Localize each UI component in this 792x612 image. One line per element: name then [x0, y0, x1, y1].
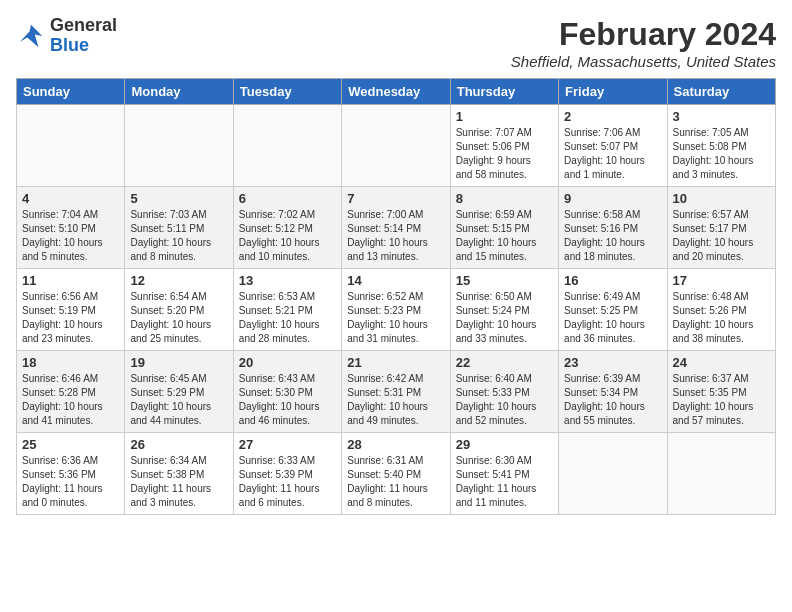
day-number: 3 — [673, 109, 770, 124]
calendar-day-cell: 23Sunrise: 6:39 AM Sunset: 5:34 PM Dayli… — [559, 351, 667, 433]
page-subtitle: Sheffield, Massachusetts, United States — [511, 53, 776, 70]
calendar-day-cell — [667, 433, 775, 515]
calendar-day-cell: 26Sunrise: 6:34 AM Sunset: 5:38 PM Dayli… — [125, 433, 233, 515]
day-number: 23 — [564, 355, 661, 370]
calendar-day-cell — [559, 433, 667, 515]
calendar-day-cell — [17, 105, 125, 187]
calendar-day-cell: 15Sunrise: 6:50 AM Sunset: 5:24 PM Dayli… — [450, 269, 558, 351]
day-info: Sunrise: 7:02 AM Sunset: 5:12 PM Dayligh… — [239, 208, 336, 264]
calendar-day-cell: 20Sunrise: 6:43 AM Sunset: 5:30 PM Dayli… — [233, 351, 341, 433]
day-info: Sunrise: 6:36 AM Sunset: 5:36 PM Dayligh… — [22, 454, 119, 510]
calendar-day-cell: 10Sunrise: 6:57 AM Sunset: 5:17 PM Dayli… — [667, 187, 775, 269]
calendar-header: SundayMondayTuesdayWednesdayThursdayFrid… — [17, 79, 776, 105]
calendar-day-cell: 12Sunrise: 6:54 AM Sunset: 5:20 PM Dayli… — [125, 269, 233, 351]
day-info: Sunrise: 6:42 AM Sunset: 5:31 PM Dayligh… — [347, 372, 444, 428]
calendar-day-cell: 2Sunrise: 7:06 AM Sunset: 5:07 PM Daylig… — [559, 105, 667, 187]
day-number: 5 — [130, 191, 227, 206]
day-info: Sunrise: 6:53 AM Sunset: 5:21 PM Dayligh… — [239, 290, 336, 346]
day-info: Sunrise: 6:34 AM Sunset: 5:38 PM Dayligh… — [130, 454, 227, 510]
day-number: 25 — [22, 437, 119, 452]
day-number: 18 — [22, 355, 119, 370]
day-info: Sunrise: 7:04 AM Sunset: 5:10 PM Dayligh… — [22, 208, 119, 264]
day-info: Sunrise: 6:40 AM Sunset: 5:33 PM Dayligh… — [456, 372, 553, 428]
day-info: Sunrise: 6:45 AM Sunset: 5:29 PM Dayligh… — [130, 372, 227, 428]
calendar-day-cell — [125, 105, 233, 187]
calendar-day-cell: 1Sunrise: 7:07 AM Sunset: 5:06 PM Daylig… — [450, 105, 558, 187]
day-number: 15 — [456, 273, 553, 288]
day-info: Sunrise: 6:52 AM Sunset: 5:23 PM Dayligh… — [347, 290, 444, 346]
day-number: 4 — [22, 191, 119, 206]
day-number: 11 — [22, 273, 119, 288]
title-area: February 2024 Sheffield, Massachusetts, … — [511, 16, 776, 70]
calendar-day-cell: 4Sunrise: 7:04 AM Sunset: 5:10 PM Daylig… — [17, 187, 125, 269]
calendar-table: SundayMondayTuesdayWednesdayThursdayFrid… — [16, 78, 776, 515]
calendar-day-cell — [233, 105, 341, 187]
calendar-header-cell: Wednesday — [342, 79, 450, 105]
calendar-day-cell: 24Sunrise: 6:37 AM Sunset: 5:35 PM Dayli… — [667, 351, 775, 433]
logo: General Blue — [16, 16, 117, 56]
day-number: 6 — [239, 191, 336, 206]
calendar-day-cell: 27Sunrise: 6:33 AM Sunset: 5:39 PM Dayli… — [233, 433, 341, 515]
day-number: 16 — [564, 273, 661, 288]
calendar-body: 1Sunrise: 7:07 AM Sunset: 5:06 PM Daylig… — [17, 105, 776, 515]
day-number: 24 — [673, 355, 770, 370]
day-info: Sunrise: 6:59 AM Sunset: 5:15 PM Dayligh… — [456, 208, 553, 264]
day-info: Sunrise: 6:56 AM Sunset: 5:19 PM Dayligh… — [22, 290, 119, 346]
day-number: 17 — [673, 273, 770, 288]
calendar-day-cell: 22Sunrise: 6:40 AM Sunset: 5:33 PM Dayli… — [450, 351, 558, 433]
day-info: Sunrise: 6:49 AM Sunset: 5:25 PM Dayligh… — [564, 290, 661, 346]
day-info: Sunrise: 6:57 AM Sunset: 5:17 PM Dayligh… — [673, 208, 770, 264]
calendar-header-cell: Saturday — [667, 79, 775, 105]
calendar-day-cell: 13Sunrise: 6:53 AM Sunset: 5:21 PM Dayli… — [233, 269, 341, 351]
calendar-header-cell: Tuesday — [233, 79, 341, 105]
day-info: Sunrise: 6:50 AM Sunset: 5:24 PM Dayligh… — [456, 290, 553, 346]
calendar-day-cell: 14Sunrise: 6:52 AM Sunset: 5:23 PM Dayli… — [342, 269, 450, 351]
day-number: 10 — [673, 191, 770, 206]
day-number: 28 — [347, 437, 444, 452]
day-info: Sunrise: 7:06 AM Sunset: 5:07 PM Dayligh… — [564, 126, 661, 182]
day-info: Sunrise: 6:46 AM Sunset: 5:28 PM Dayligh… — [22, 372, 119, 428]
calendar-day-cell: 5Sunrise: 7:03 AM Sunset: 5:11 PM Daylig… — [125, 187, 233, 269]
day-number: 29 — [456, 437, 553, 452]
calendar-header-cell: Thursday — [450, 79, 558, 105]
calendar-day-cell: 16Sunrise: 6:49 AM Sunset: 5:25 PM Dayli… — [559, 269, 667, 351]
logo-text: General Blue — [50, 16, 117, 56]
calendar-header-row: SundayMondayTuesdayWednesdayThursdayFrid… — [17, 79, 776, 105]
day-info: Sunrise: 6:37 AM Sunset: 5:35 PM Dayligh… — [673, 372, 770, 428]
day-info: Sunrise: 6:54 AM Sunset: 5:20 PM Dayligh… — [130, 290, 227, 346]
calendar-week-row: 11Sunrise: 6:56 AM Sunset: 5:19 PM Dayli… — [17, 269, 776, 351]
day-info: Sunrise: 6:58 AM Sunset: 5:16 PM Dayligh… — [564, 208, 661, 264]
day-info: Sunrise: 7:00 AM Sunset: 5:14 PM Dayligh… — [347, 208, 444, 264]
calendar-header-cell: Friday — [559, 79, 667, 105]
day-number: 12 — [130, 273, 227, 288]
calendar-day-cell: 11Sunrise: 6:56 AM Sunset: 5:19 PM Dayli… — [17, 269, 125, 351]
calendar-day-cell: 7Sunrise: 7:00 AM Sunset: 5:14 PM Daylig… — [342, 187, 450, 269]
svg-marker-0 — [20, 25, 43, 48]
calendar-week-row: 4Sunrise: 7:04 AM Sunset: 5:10 PM Daylig… — [17, 187, 776, 269]
day-number: 27 — [239, 437, 336, 452]
calendar-day-cell: 17Sunrise: 6:48 AM Sunset: 5:26 PM Dayli… — [667, 269, 775, 351]
day-number: 2 — [564, 109, 661, 124]
calendar-header-cell: Sunday — [17, 79, 125, 105]
calendar-day-cell: 29Sunrise: 6:30 AM Sunset: 5:41 PM Dayli… — [450, 433, 558, 515]
calendar-day-cell: 8Sunrise: 6:59 AM Sunset: 5:15 PM Daylig… — [450, 187, 558, 269]
day-number: 20 — [239, 355, 336, 370]
day-number: 21 — [347, 355, 444, 370]
day-number: 14 — [347, 273, 444, 288]
calendar-day-cell: 19Sunrise: 6:45 AM Sunset: 5:29 PM Dayli… — [125, 351, 233, 433]
calendar-header-cell: Monday — [125, 79, 233, 105]
day-number: 7 — [347, 191, 444, 206]
day-number: 1 — [456, 109, 553, 124]
calendar-day-cell: 6Sunrise: 7:02 AM Sunset: 5:12 PM Daylig… — [233, 187, 341, 269]
calendar-week-row: 25Sunrise: 6:36 AM Sunset: 5:36 PM Dayli… — [17, 433, 776, 515]
day-info: Sunrise: 6:39 AM Sunset: 5:34 PM Dayligh… — [564, 372, 661, 428]
day-number: 13 — [239, 273, 336, 288]
calendar-day-cell: 18Sunrise: 6:46 AM Sunset: 5:28 PM Dayli… — [17, 351, 125, 433]
day-number: 8 — [456, 191, 553, 206]
day-info: Sunrise: 7:07 AM Sunset: 5:06 PM Dayligh… — [456, 126, 553, 182]
calendar-week-row: 1Sunrise: 7:07 AM Sunset: 5:06 PM Daylig… — [17, 105, 776, 187]
day-info: Sunrise: 7:03 AM Sunset: 5:11 PM Dayligh… — [130, 208, 227, 264]
calendar-day-cell: 28Sunrise: 6:31 AM Sunset: 5:40 PM Dayli… — [342, 433, 450, 515]
day-info: Sunrise: 6:48 AM Sunset: 5:26 PM Dayligh… — [673, 290, 770, 346]
day-info: Sunrise: 6:33 AM Sunset: 5:39 PM Dayligh… — [239, 454, 336, 510]
